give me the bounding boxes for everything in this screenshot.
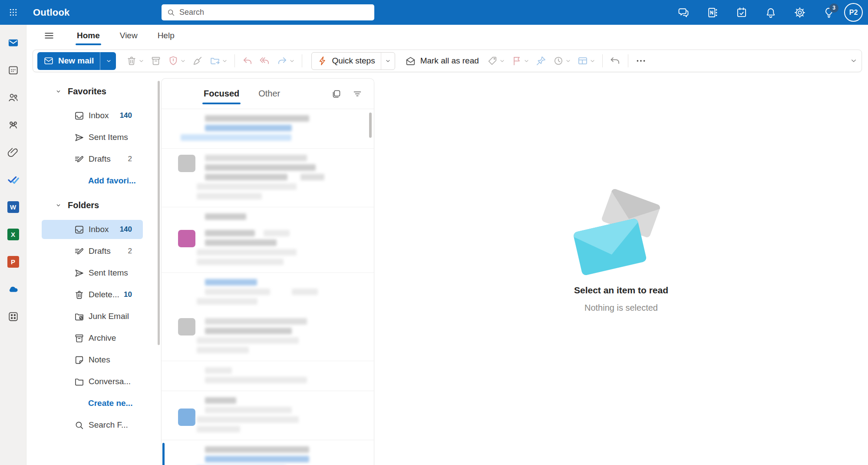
folder-inbox[interactable]: Inbox140 (42, 220, 143, 239)
folder-deleted-items[interactable]: Delete...10 (42, 285, 143, 304)
folder-icon (74, 376, 85, 387)
folder-notes[interactable]: Notes (42, 350, 143, 369)
notifications-bell-icon[interactable] (765, 7, 777, 19)
folder-junk-email[interactable]: Junk Email (42, 307, 143, 326)
new-mail-button[interactable]: New mail (37, 52, 116, 70)
calendar-app-icon[interactable] (0, 56, 26, 84)
hamburger-menu-button[interactable] (43, 30, 55, 41)
tips-lightbulb-icon[interactable]: 3 (823, 7, 835, 19)
word-app-icon[interactable]: W (0, 193, 26, 221)
list-tab-other[interactable]: Other (258, 79, 280, 109)
quick-steps-button-dropdown[interactable] (381, 53, 395, 70)
report-button[interactable] (165, 52, 189, 70)
ribbon-toolbar: New mailQuick stepsMark all as read (33, 50, 862, 72)
more-options-button[interactable] (632, 52, 650, 70)
message-text-line (162, 193, 374, 199)
filter-button[interactable] (352, 89, 363, 99)
settings-gear-icon[interactable] (794, 7, 806, 19)
reply-all-icon (259, 55, 271, 66)
more-apps-icon[interactable] (0, 303, 26, 330)
section-header-folders[interactable]: Folders (26, 193, 161, 217)
list-tab-focused[interactable]: Focused (204, 79, 239, 109)
undo-button[interactable] (607, 52, 624, 70)
quick-steps-button[interactable]: Quick steps (311, 52, 395, 70)
reply-icon (242, 55, 253, 66)
reply-button[interactable] (239, 52, 256, 70)
ribbon-tab-help[interactable]: Help (156, 25, 176, 46)
text-block (292, 289, 318, 295)
message-row[interactable] (162, 207, 374, 273)
text-block (205, 367, 232, 374)
ribbon-tab-home[interactable]: Home (76, 25, 101, 46)
text-block (197, 183, 297, 190)
favorites-drafts[interactable]: Drafts2 (42, 149, 143, 169)
onedrive-app-icon[interactable] (0, 276, 26, 303)
section-header-favorites[interactable]: Favorites (26, 79, 161, 103)
delete-button[interactable] (123, 52, 147, 70)
folder-sent-items[interactable]: Sent Items (42, 263, 143, 282)
snooze-button[interactable] (550, 52, 574, 70)
message-list-scrollbar[interactable] (369, 113, 372, 138)
folder-drafts[interactable]: Drafts2 (42, 242, 143, 261)
quick-steps-button-main[interactable]: Quick steps (312, 53, 380, 70)
attachments-app-icon[interactable] (0, 139, 26, 166)
message-row[interactable] (162, 273, 374, 312)
rules-button[interactable] (574, 52, 598, 70)
forward-button[interactable] (274, 52, 298, 70)
folder-pane-scrollbar[interactable] (158, 81, 160, 345)
section-chevron-icon[interactable] (54, 87, 63, 96)
message-row[interactable] (162, 440, 374, 465)
message-row[interactable] (162, 361, 374, 391)
groups-app-icon[interactable] (0, 111, 26, 139)
folder-search-folders[interactable]: Search F... (42, 415, 143, 435)
archive-button[interactable] (147, 52, 165, 70)
ribbon-tabs: HomeViewHelp (76, 25, 176, 46)
reply-all-button[interactable] (256, 52, 274, 70)
select-messages-button[interactable] (331, 89, 342, 99)
powerpoint-app-icon: P (7, 256, 19, 268)
move-to-button[interactable] (206, 52, 231, 70)
excel-app-icon[interactable]: X (0, 221, 26, 248)
text-block (197, 249, 297, 256)
empty-state: Select an item to read Nothing is select… (565, 186, 678, 465)
chat-icon[interactable] (677, 7, 690, 19)
todo-app-icon[interactable] (0, 166, 26, 193)
pin-button[interactable] (532, 52, 550, 70)
message-row[interactable] (162, 109, 374, 149)
create-new-folder-link[interactable]: Create ne... (42, 394, 143, 413)
ribbon-tab-view[interactable]: View (119, 25, 139, 46)
people-app-icon[interactable] (0, 84, 26, 111)
search-input[interactable] (179, 8, 369, 17)
app-launcher-button[interactable] (0, 0, 26, 25)
message-row[interactable] (162, 312, 374, 361)
tasks-check-icon[interactable] (736, 7, 748, 19)
mark-all-read-button[interactable]: Mark all as read (400, 52, 484, 70)
message-text-line (162, 426, 374, 432)
folder-conversation-history[interactable]: Conversa... (42, 372, 143, 391)
account-avatar[interactable]: P2 (844, 3, 863, 22)
message-row[interactable] (162, 149, 374, 207)
message-text-line (162, 279, 374, 286)
categorize-button[interactable] (484, 52, 508, 70)
mail-app-icon[interactable] (0, 29, 26, 56)
folder-search-folders-label: Search F... (89, 420, 128, 430)
empty-state-envelopes-illustration (565, 186, 678, 278)
text-block (300, 174, 324, 180)
new-mail-button-dropdown[interactable] (100, 52, 116, 70)
new-mail-button-main[interactable]: New mail (37, 52, 100, 70)
favorites-sent-items[interactable]: Sent Items (42, 128, 143, 147)
collapse-toolbar-button[interactable] (850, 57, 857, 64)
section-chevron-icon[interactable] (54, 201, 63, 209)
message-row[interactable] (162, 391, 374, 440)
flag-button[interactable] (508, 52, 532, 70)
onenote-feed-icon[interactable] (706, 7, 719, 19)
powerpoint-app-icon[interactable]: P (0, 248, 26, 276)
sweep-button[interactable] (189, 52, 206, 70)
quick-steps-label: Quick steps (332, 56, 375, 66)
folder-archive[interactable]: Archive (42, 329, 143, 348)
search-box[interactable] (162, 4, 374, 20)
ribbon-tab-row: HomeViewHelp (26, 25, 868, 46)
add-favorite-link[interactable]: Add favori... (42, 171, 143, 190)
chevron-down-icon (222, 58, 228, 64)
favorites-inbox[interactable]: Inbox140 (42, 106, 143, 125)
